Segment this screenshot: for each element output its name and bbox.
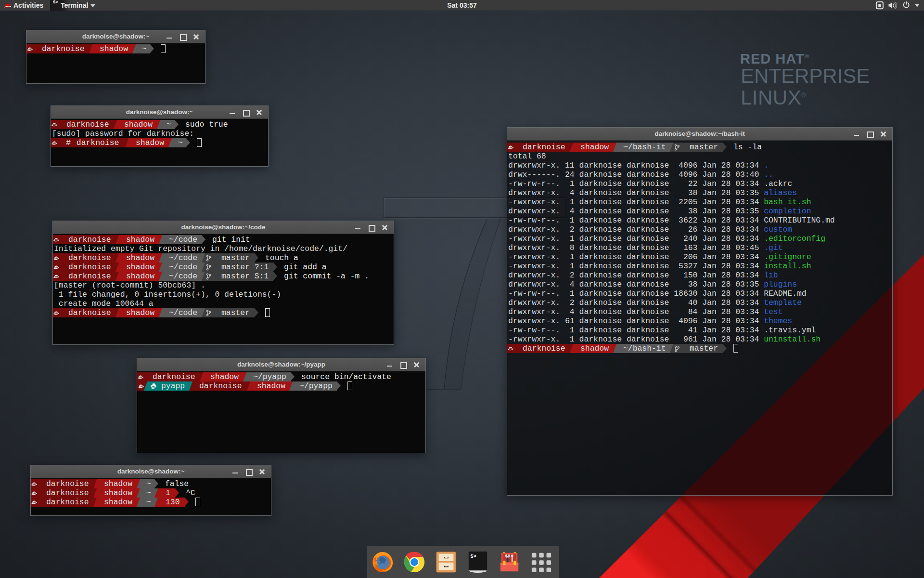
svg-text:$>: $> <box>470 553 476 559</box>
